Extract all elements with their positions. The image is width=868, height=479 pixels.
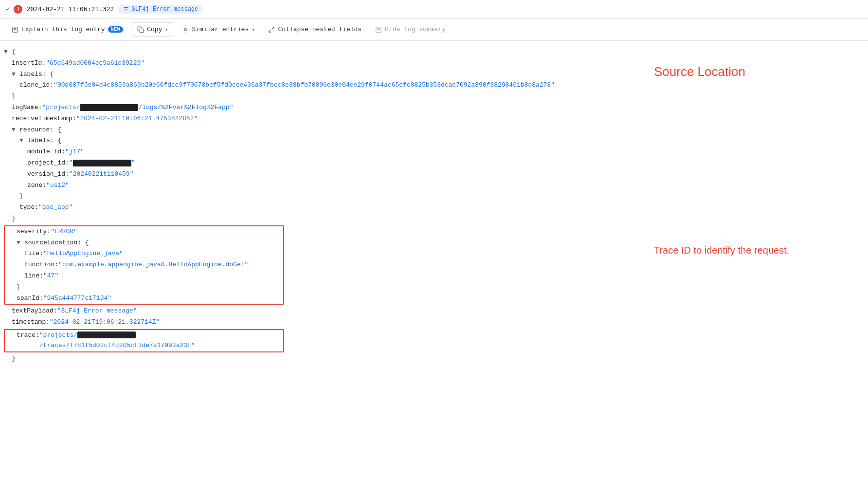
tag-label: SLF4j Error message xyxy=(131,6,198,13)
new-badge: NEW xyxy=(108,26,124,33)
redacted-logname xyxy=(80,104,138,111)
toolbar: Explain this log entry NEW Copy ▾ Simila… xyxy=(0,18,868,41)
log-severity: severity: "ERROR" xyxy=(5,226,283,238)
source-location-highlight-box: severity: "ERROR" ▼ sourceLocation: { fi… xyxy=(4,225,284,305)
redacted-trace xyxy=(77,332,136,338)
log-trace: trace: "projects//traces/f781f5d02cf4d20… xyxy=(5,330,283,351)
main-content: ▼ { insertId: "65d649ad0004ec9a61d39229"… xyxy=(0,41,868,479)
hide-summary-button[interactable]: Hide log summary xyxy=(369,23,452,36)
trace-annotation: Trace ID to identify the request. xyxy=(654,245,839,256)
similar-entries-button[interactable]: Similar entries ▾ xyxy=(176,23,260,36)
log-root-open: ▼ { xyxy=(0,47,625,58)
severity-error-icon: ! xyxy=(14,5,22,14)
log-resource-labels-close: } xyxy=(0,191,625,202)
log-version-id: version_id: "20240221t110459" xyxy=(0,169,625,180)
log-tag-badge[interactable]: SLF4j Error message xyxy=(118,5,203,14)
log-textpayload: textPayload: "SLF4j Error message" xyxy=(0,306,625,317)
similar-chevron-icon: ▾ xyxy=(252,27,254,33)
log-function: function: "com.example.appengine.java8.H… xyxy=(5,259,283,271)
root-toggle[interactable]: ▼ xyxy=(4,47,12,57)
log-sourcelocation-open: ▼ sourceLocation: { xyxy=(5,238,283,249)
log-labels-open: ▼ labels: { xyxy=(0,69,625,80)
copy-label: Copy xyxy=(147,26,162,33)
annotation-panel: Source Location Trace ID to identify the… xyxy=(625,45,868,475)
zone-value: "us12" xyxy=(46,181,69,191)
log-module-id: module_id: "j17" xyxy=(0,147,625,158)
cloneid-value: "00d087f5e04d4c8859a869b20e60fdcc9f70678… xyxy=(54,80,555,91)
explain-button[interactable]: Explain this log entry NEW xyxy=(6,23,129,36)
versionid-value: "20240221t110459" xyxy=(69,169,134,180)
explain-icon xyxy=(12,26,18,33)
collapse-icon xyxy=(268,26,275,33)
svg-point-8 xyxy=(184,28,187,31)
log-receivetimestamp: receiveTimestamp: "2024-02-21T19:06:21.4… xyxy=(0,113,625,125)
function-value: "com.example.appengine.java8.HelloAppEng… xyxy=(58,260,248,270)
svg-line-10 xyxy=(269,30,271,32)
explain-label: Explain this log entry xyxy=(21,26,105,33)
checkmark-icon: ✓ xyxy=(6,5,10,13)
source-location-annotation: Source Location xyxy=(654,64,839,79)
log-clone-id: clone_id: "00d087f5e04d4c8859a869b20e60f… xyxy=(0,80,625,91)
receivetimestamp-value: "2024-02-21T19:06:21.4753522852" xyxy=(76,114,198,124)
svg-rect-7 xyxy=(140,29,144,33)
filter-icon xyxy=(123,6,129,13)
log-file: file: "HelloAppEngine.java" xyxy=(5,248,283,259)
log-project-id: project_id: "" xyxy=(0,158,625,169)
log-timestamp: timestamp: "2024-02-21T19:06:21.322714Z" xyxy=(0,317,625,328)
trace-highlight-box: trace: "projects//traces/f781f5d02cf4d20… xyxy=(4,329,284,352)
copy-chevron-icon: ▾ xyxy=(165,27,168,33)
textpayload-value: "SLF4j Error message" xyxy=(57,306,137,316)
top-bar-left: ✓ ! 2024-02-21 11:06:21.322 SLF4j Error … xyxy=(6,5,862,14)
log-zone: zone: "us12" xyxy=(0,180,625,191)
sourcelocation-toggle[interactable]: ▼ xyxy=(17,238,24,248)
log-sourcelocation-close: } xyxy=(5,282,283,293)
log-type: type: "gae_app" xyxy=(0,202,625,213)
redacted-projectid xyxy=(73,160,131,166)
collapse-label: Collapse nested fields xyxy=(278,26,362,33)
severity-value: "ERROR" xyxy=(51,227,77,237)
spanid-value: "945a444777c17194" xyxy=(43,294,111,304)
copy-button[interactable]: Copy ▾ xyxy=(131,22,174,37)
similar-icon xyxy=(182,26,189,33)
moduleid-value: "j17" xyxy=(65,147,84,157)
insertid-value: "65d649ad0004ec9a61d39229" xyxy=(46,58,145,69)
copy-icon xyxy=(137,26,144,33)
log-resource-close: } xyxy=(0,213,625,224)
log-line-num: line: "47" xyxy=(5,271,283,282)
svg-line-9 xyxy=(272,27,274,29)
log-root-close: } xyxy=(0,353,625,365)
log-spanid: spanId: "945a444777c17194" xyxy=(5,293,283,304)
collapse-button[interactable]: Collapse nested fields xyxy=(262,23,367,36)
log-logname: logName: "projects//logs/%2Fvar%2Flog%2F… xyxy=(0,102,625,113)
type-value: "gae_app" xyxy=(38,203,72,213)
similar-label: Similar entries xyxy=(192,26,249,33)
resource-toggle[interactable]: ▼ xyxy=(12,125,19,135)
labels-toggle[interactable]: ▼ xyxy=(12,70,19,80)
log-resource-labels-open: ▼ labels: { xyxy=(0,135,625,147)
log-resource-open: ▼ resource: { xyxy=(0,125,625,136)
file-value: "HelloAppEngine.java" xyxy=(43,249,123,259)
hide-summary-label: Hide log summary xyxy=(385,26,446,33)
timestamp-value: "2024-02-21T19:06:21.322714Z" xyxy=(50,317,160,328)
log-insertId: insertId: "65d649ad0004ec9a61d39229" xyxy=(0,58,625,69)
resource-labels-toggle[interactable]: ▼ xyxy=(19,136,27,146)
log-panel: ▼ { insertId: "65d649ad0004ec9a61d39229"… xyxy=(0,45,625,475)
top-bar: ✓ ! 2024-02-21 11:06:21.322 SLF4j Error … xyxy=(0,0,868,18)
log-labels-close: } xyxy=(0,91,625,102)
hide-icon xyxy=(375,26,382,33)
log-timestamp: 2024-02-21 11:06:21.322 xyxy=(26,5,114,13)
line-value: "47" xyxy=(43,271,58,281)
